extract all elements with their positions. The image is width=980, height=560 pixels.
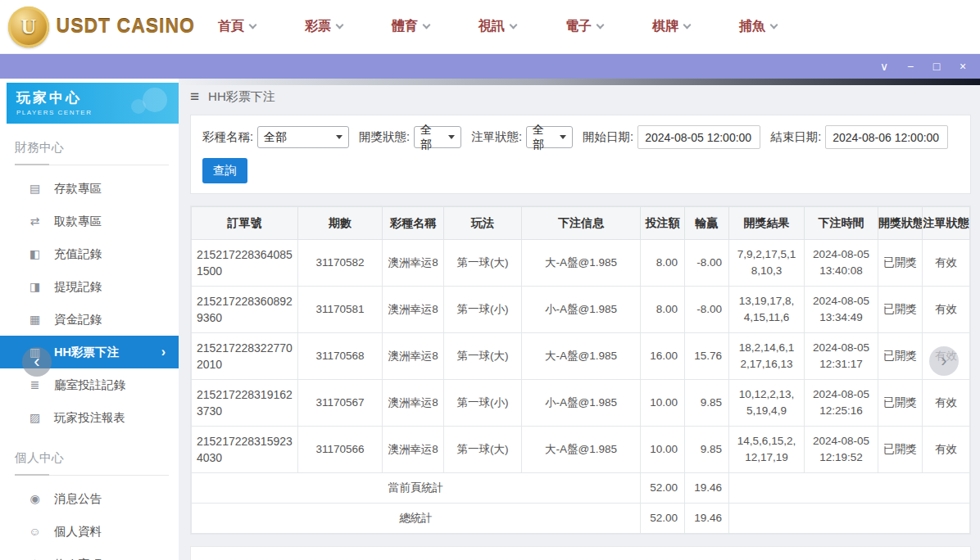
sidebar-item-label: 個人資料 xyxy=(54,524,102,540)
select-arrow-icon xyxy=(336,135,343,139)
sidebar-item-withdraw[interactable]: ⇄ 取款專區 xyxy=(0,205,179,237)
cell-amount: 16.00 xyxy=(641,333,685,380)
cell-draw-status: 已開獎 xyxy=(878,333,923,380)
window-minimize-icon[interactable]: − xyxy=(901,54,919,79)
lottery-type-select[interactable]: 全部 xyxy=(257,126,349,148)
start-date-input[interactable] xyxy=(637,125,760,149)
sidebar-item-deposit[interactable]: ▤ 存款專區 xyxy=(0,172,179,205)
top-nav: U USDT CASINO 首頁 彩票 體育 視訊 電子 xyxy=(0,0,980,54)
cell-bet-time: 2024-08-05 13:34:49 xyxy=(805,287,878,333)
player-report-icon: ▨ xyxy=(28,411,42,424)
nav-item-electronic[interactable]: 電子 xyxy=(565,18,603,35)
nav-item-home[interactable]: 首頁 xyxy=(218,18,256,35)
chevron-down-icon xyxy=(249,21,257,29)
chevron-down-icon xyxy=(336,21,344,29)
cell-order-no: 2152172283640851500 xyxy=(192,240,298,287)
nav-item-sports[interactable]: 體育 xyxy=(392,18,429,35)
sidebar-item-profile[interactable]: ☺ 個人資料 xyxy=(0,515,179,548)
bell-icon: ◉ xyxy=(28,492,42,505)
summary-label: 總統計 xyxy=(192,504,641,534)
col-header-lottery: 彩種名稱 xyxy=(383,207,444,240)
chevron-down-icon xyxy=(597,21,605,29)
brand-name: USDT CASINO xyxy=(57,16,195,38)
nav-item-fishing[interactable]: 捕魚 xyxy=(739,18,777,35)
summary-empty xyxy=(729,473,970,504)
window-maximize-icon[interactable]: □ xyxy=(928,54,946,79)
select-arrow-icon xyxy=(560,135,566,139)
col-header-order-status: 注單狀態 xyxy=(923,207,970,240)
player-center-header: 玩家中心 PLAYERS CENTER xyxy=(7,83,179,124)
summary-empty xyxy=(729,504,970,534)
sidebar-item-change-password[interactable]: ⚙ 修改密碼 xyxy=(0,548,179,560)
sidebar-item-funds-records[interactable]: ▦ 資金記錄 xyxy=(0,303,179,336)
sidebar-item-withdrawal-records[interactable]: ◨ 提現記錄 xyxy=(0,270,179,303)
order-status-value: 全部 xyxy=(533,123,552,152)
summary-label: 當前頁統計 xyxy=(192,473,641,504)
search-button[interactable]: 查詢 xyxy=(202,158,247,183)
sidebar: 玩家中心 PLAYERS CENTER 財務中心 ▤ 存款專區 ⇄ 取款專區 ◧… xyxy=(0,79,179,560)
table-row: 2152172283191623730 31170567 澳洲幸运8 第一球(小… xyxy=(192,380,970,427)
cell-order-no: 2152172283608929360 xyxy=(192,287,298,333)
brand-logo[interactable]: U USDT CASINO xyxy=(0,7,195,47)
withdraw-icon: ⇄ xyxy=(28,215,42,228)
filter-order-status: 注單狀態: 全部 xyxy=(471,126,573,148)
withdrawal-record-icon: ◨ xyxy=(28,280,42,293)
cell-bet-time: 2024-08-05 12:25:16 xyxy=(805,380,878,427)
sidebar-item-label: 提現記錄 xyxy=(54,279,102,295)
cell-draw-status: 已開獎 xyxy=(878,240,923,287)
cell-bet-time: 2024-08-05 12:31:17 xyxy=(805,333,878,380)
cell-order-status: 有效 xyxy=(923,427,970,473)
draw-status-select[interactable]: 全部 xyxy=(414,126,461,148)
sidebar-item-announcements[interactable]: ◉ 消息公告 xyxy=(0,482,179,515)
cell-result: 14,5,6,15,2,12,17,19 xyxy=(729,427,805,473)
end-date-input[interactable] xyxy=(825,125,948,149)
nav-item-label: 體育 xyxy=(392,18,418,35)
nav-item-video[interactable]: 視訊 xyxy=(479,18,516,35)
funds-record-icon: ▦ xyxy=(28,313,42,326)
cell-lottery: 澳洲幸运8 xyxy=(383,333,444,380)
cell-order-status: 有效 xyxy=(923,240,970,287)
filter-start-date: 開始日期: xyxy=(583,125,760,149)
room-record-icon: ≣ xyxy=(28,378,42,391)
cell-win-loss: 9.85 xyxy=(685,380,729,427)
sidebar-collapse-button[interactable]: ‹ xyxy=(22,347,52,377)
personal-menu: ◉ 消息公告 ☺ 個人資料 ⚙ 修改密碼 xyxy=(0,476,179,560)
col-header-bet-time: 下注時間 xyxy=(805,207,878,240)
filter-draw-status: 開獎狀態: 全部 xyxy=(359,126,461,148)
col-header-play: 玩法 xyxy=(444,207,522,240)
sidebar-item-recharge-records[interactable]: ◧ 充值記錄 xyxy=(0,237,179,270)
cell-lottery: 澳洲幸运8 xyxy=(383,287,444,333)
cell-period: 31170567 xyxy=(298,380,383,427)
nav-item-lottery[interactable]: 彩票 xyxy=(305,18,343,35)
draw-status-value: 全部 xyxy=(420,123,441,152)
cell-amount: 10.00 xyxy=(641,380,685,427)
cell-result: 18,2,14,6,12,17,16,13 xyxy=(729,333,805,380)
cell-play: 第一球(小) xyxy=(444,287,522,333)
brand-coin-icon: U xyxy=(8,7,49,47)
col-header-win-loss: 輸贏 xyxy=(685,207,729,240)
sidebar-item-label: 資金記錄 xyxy=(54,312,102,327)
panel-expand-button[interactable]: › xyxy=(929,346,959,376)
nav-item-label: 捕魚 xyxy=(739,18,765,35)
cell-order-no: 2152172283191623730 xyxy=(192,380,298,427)
cell-draw-status: 已開獎 xyxy=(878,427,923,473)
summary-amount: 52.00 xyxy=(641,504,685,534)
main-content: ≡ HH彩票下注 彩種名稱: 全部 開獎狀態: xyxy=(179,79,980,560)
filter-lottery-type: 彩種名稱: 全部 xyxy=(202,126,349,148)
sidebar-item-player-bet-report[interactable]: ▨ 玩家投注報表 xyxy=(0,401,179,434)
hamburger-menu-icon[interactable]: ≡ xyxy=(190,88,199,106)
order-status-select[interactable]: 全部 xyxy=(526,126,573,148)
window-close-icon[interactable]: × xyxy=(954,54,972,79)
nav-item-chess[interactable]: 棋牌 xyxy=(652,18,690,35)
sidebar-item-label: 玩家投注報表 xyxy=(54,410,125,426)
col-header-result: 開獎結果 xyxy=(729,207,805,240)
cell-win-loss: 9.85 xyxy=(685,427,729,473)
select-arrow-icon xyxy=(448,135,455,139)
sidebar-item-label: 取款專區 xyxy=(54,214,102,229)
window-collapse-icon[interactable]: ∨ xyxy=(875,54,893,79)
summary-amount: 52.00 xyxy=(641,473,685,504)
table-header-row: 訂單號 期數 彩種名稱 玩法 下注信息 投注額 輸贏 開獎結果 下注時間 開獎狀… xyxy=(192,207,970,240)
cell-draw-status: 已開獎 xyxy=(878,287,923,333)
lottery-type-label: 彩種名稱: xyxy=(202,129,253,145)
filter-panel: 彩種名稱: 全部 開獎狀態: 全部 注單狀態 xyxy=(190,115,971,194)
